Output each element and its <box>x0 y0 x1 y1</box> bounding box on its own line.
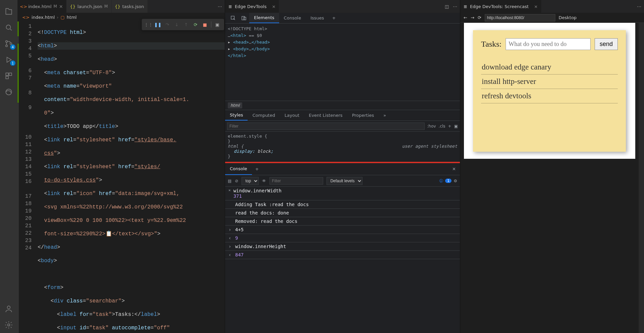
device-mode-label[interactable]: Desktop <box>559 15 577 20</box>
console-context-select[interactable]: top <box>242 177 259 185</box>
search-icon[interactable] <box>1 19 17 36</box>
close-icon[interactable]: × <box>59 4 63 9</box>
svg-point-9 <box>8 324 10 326</box>
drawer-close-icon[interactable]: ✕ <box>448 163 460 175</box>
svg-rect-11 <box>242 16 245 20</box>
tab-label: tasks.json <box>122 4 144 9</box>
svg-point-1 <box>6 41 7 42</box>
tab-launch-json[interactable]: {} launch.json M <box>67 0 112 13</box>
device-toolbar-icon[interactable] <box>239 13 249 23</box>
new-style-icon[interactable]: + <box>448 124 452 129</box>
tab-label: index.html <box>28 4 51 9</box>
extensions-icon[interactable] <box>1 68 17 84</box>
screencast-toolbar: ← → ⟳ Desktop <box>460 13 644 23</box>
screencast-tab[interactable]: ≣ Edge DevTools: Screencast × <box>460 0 541 13</box>
editor-tabs: <> index.html M × {} launch.json M {} ta… <box>17 0 225 13</box>
run-debug-icon[interactable]: 1 <box>1 52 17 68</box>
debug-pause-icon[interactable]: ❚❚ <box>153 20 163 29</box>
add-tab-icon[interactable]: + <box>329 15 339 20</box>
styles-rules[interactable]: element.style { } user agent stylesheeth… <box>225 132 460 162</box>
hov-toggle[interactable]: :hov <box>427 124 436 129</box>
svg-point-2 <box>6 45 7 47</box>
send-button[interactable]: send <box>595 38 618 50</box>
tab-index-html[interactable]: <> index.html M × <box>17 0 67 13</box>
task-input[interactable] <box>506 38 591 50</box>
styles-filter-input[interactable] <box>227 123 425 130</box>
dom-tree[interactable]: <!DOCTYPE html> …<html> == $0 ▸ <head>…<… <box>225 23 460 101</box>
json-file-icon: {} <box>115 4 120 9</box>
list-item[interactable]: download edge canary <box>481 60 618 75</box>
svg-point-0 <box>6 25 10 29</box>
styles-tabs: Styles Computed Layout Event Listeners P… <box>225 110 460 121</box>
devtools-toolbar: Elements Console Issues + <box>225 13 460 23</box>
editor-pane: <> index.html M × {} launch.json M {} ta… <box>17 0 225 333</box>
edge-icon[interactable] <box>1 84 17 100</box>
settings-gear-icon[interactable] <box>1 317 17 333</box>
split-editor-icon[interactable]: ◫ <box>445 4 449 9</box>
box-model-icon[interactable]: ▣ <box>454 124 458 129</box>
svg-rect-4 <box>6 73 8 76</box>
code-editor[interactable]: 123 45 67 89 101112 131415 1617 181920 2… <box>17 21 225 333</box>
forward-icon[interactable]: → <box>471 15 474 20</box>
clear-console-icon[interactable]: ⊘ <box>235 179 238 183</box>
reload-icon[interactable]: ⟳ <box>478 15 481 20</box>
debug-step-over-icon[interactable]: ↷ <box>163 20 172 29</box>
log-levels-select[interactable]: Default levels <box>327 177 362 185</box>
url-input[interactable] <box>485 14 555 21</box>
styles-tab[interactable]: Styles <box>225 110 248 121</box>
tab-tasks-json[interactable]: {} tasks.json <box>112 0 148 13</box>
tasks-heading: Tasks: <box>481 40 502 49</box>
dom-breadcrumb[interactable]: html <box>225 101 460 110</box>
inspect-element-icon[interactable] <box>228 13 239 23</box>
debug-badge: 1 <box>10 60 15 66</box>
devtools-pane: ≣ Edge DevTools × ◫ ⋯ Elements Console I… <box>225 0 460 333</box>
editor-content[interactable]: <!DOCTYPE html> <html> <head> <meta char… <box>38 21 225 333</box>
delete-expression-icon[interactable]: ✕ <box>228 188 231 192</box>
debug-open-devtools-icon[interactable]: ▣ <box>213 20 222 29</box>
drawer-add-tab-icon[interactable]: + <box>252 163 262 175</box>
line-gutter: 123 45 67 89 101112 131415 1617 181920 2… <box>19 21 38 333</box>
elements-tab[interactable]: Elements <box>249 13 279 23</box>
accounts-icon[interactable] <box>1 301 17 317</box>
breadcrumb-file: index.html <box>32 15 55 20</box>
scm-badge: 4 <box>10 44 15 50</box>
debug-step-out-icon[interactable]: ↑ <box>181 20 191 29</box>
devtools-tab[interactable]: ≣ Edge DevTools × <box>225 0 279 13</box>
debug-step-into-icon[interactable]: ↓ <box>172 20 181 29</box>
debug-restart-icon[interactable]: ⟳ <box>191 20 200 29</box>
source-control-icon[interactable]: 4 <box>1 36 17 52</box>
close-icon[interactable]: × <box>272 4 275 9</box>
issues-tab[interactable]: Issues <box>306 13 329 23</box>
back-icon[interactable]: ← <box>464 15 467 20</box>
debug-stop-icon[interactable]: ■ <box>200 20 210 29</box>
more-actions-icon[interactable]: ⋯ <box>637 4 641 9</box>
event-listeners-tab[interactable]: Event Listeners <box>304 110 347 121</box>
console-log[interactable]: ✕window.innerWidth371 Adding Task :read … <box>225 187 460 333</box>
list-item[interactable]: refresh devtools <box>481 89 618 103</box>
screencast-pane: ≣ Edge DevTools: Screencast × ⋯ ← → ⟳ De… <box>460 0 644 333</box>
close-icon[interactable]: × <box>534 4 538 9</box>
rendered-page: Tasks: send download edge canary install… <box>464 23 635 159</box>
issues-icon[interactable]: 🛈 <box>439 179 443 183</box>
tab-overflow-icon[interactable]: ⋯ <box>218 4 222 9</box>
screencast-title: Edge DevTools: Screencast <box>470 4 529 9</box>
properties-tab[interactable]: Properties <box>347 110 379 121</box>
drawer-console-tab[interactable]: Console <box>225 163 252 175</box>
list-item[interactable]: install http-server <box>481 75 618 89</box>
layout-tab[interactable]: Layout <box>280 110 304 121</box>
console-settings-icon[interactable]: ⚙ <box>454 179 457 183</box>
issues-count: 1 <box>445 179 452 183</box>
computed-tab[interactable]: Computed <box>248 110 280 121</box>
debug-drag-handle-icon[interactable]: ⋮⋮ <box>144 20 153 29</box>
more-actions-icon[interactable]: ⋯ <box>453 4 457 9</box>
cls-toggle[interactable]: .cls <box>439 124 445 129</box>
live-expressions-icon[interactable]: 👁 <box>262 179 266 183</box>
console-filter-input[interactable] <box>269 177 323 185</box>
console-tab[interactable]: Console <box>279 13 306 23</box>
screencast-viewport[interactable]: Tasks: send download edge canary install… <box>460 23 639 333</box>
more-tabs-icon[interactable]: » <box>379 110 391 121</box>
tab-modified-indicator: M <box>53 4 57 9</box>
explorer-icon[interactable] <box>1 3 17 19</box>
console-sidebar-toggle-icon[interactable]: ▤ <box>228 179 231 183</box>
scrollbar[interactable] <box>639 23 644 333</box>
